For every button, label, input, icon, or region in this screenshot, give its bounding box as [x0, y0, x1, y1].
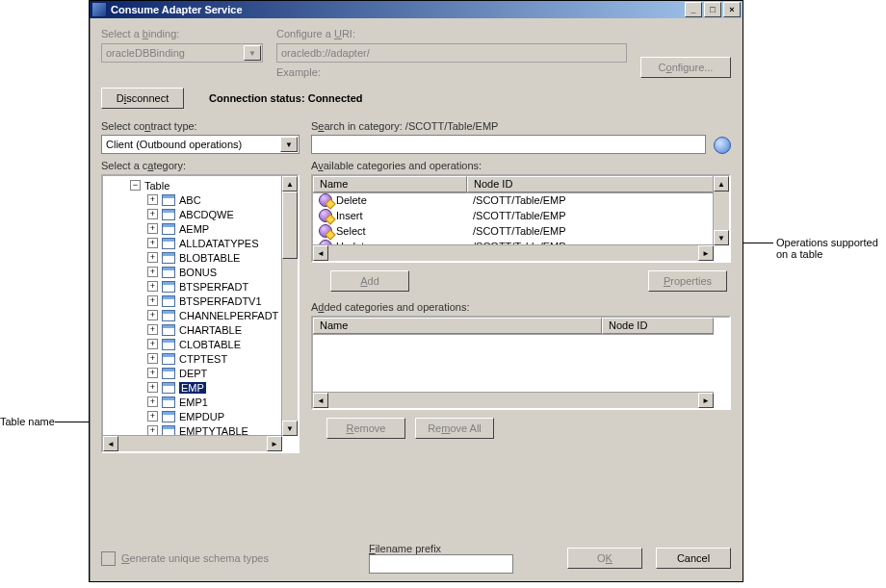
tree-item[interactable]: +CHARTABLE [109, 322, 282, 337]
ok-button: OK [567, 548, 642, 569]
list-row[interactable]: Insert/SCOTT/Table/EMP [313, 208, 714, 223]
available-col-name[interactable]: Name [313, 176, 467, 192]
tree-item[interactable]: +BLOBTABLE [109, 250, 282, 265]
cancel-button[interactable]: Cancel [656, 548, 731, 569]
horizontal-scrollbar[interactable]: ◄ ► [313, 392, 714, 408]
collapse-icon[interactable]: − [130, 180, 141, 191]
tree-item[interactable]: +BTSPERFADTV1 [109, 294, 282, 308]
tree-item-label: CHANNELPERFADT [179, 310, 278, 321]
tree-item[interactable]: +BONUS [109, 265, 282, 279]
tree-item-label: EMPDUP [179, 411, 224, 422]
available-col-nodeid[interactable]: Node ID [467, 176, 714, 192]
remove-all-button: Remove All [415, 418, 494, 439]
table-icon [162, 368, 175, 379]
tree-item-label: ABCDQWE [179, 209, 234, 220]
scroll-up-icon[interactable]: ▲ [714, 176, 729, 192]
maximize-button[interactable]: □ [704, 2, 721, 17]
filename-prefix-field[interactable] [369, 554, 513, 574]
added-col-name[interactable]: Name [313, 318, 602, 334]
chevron-down-icon[interactable]: ▼ [280, 137, 298, 152]
expand-icon[interactable]: + [147, 252, 158, 263]
tree-item[interactable]: +DEPT [109, 366, 282, 380]
scroll-down-icon[interactable]: ▼ [282, 421, 298, 436]
tree-item[interactable]: +ABC [109, 192, 282, 207]
operation-icon [319, 224, 332, 238]
vertical-scrollbar[interactable]: ▲ ▼ [281, 176, 298, 436]
scroll-left-icon[interactable]: ◄ [103, 436, 118, 451]
search-icon[interactable] [714, 137, 731, 154]
tree-item-label: CTPTEST [179, 353, 227, 365]
category-tree[interactable]: −Table+ABC+ABCDQWE+AEMP+ALLDATATYPES+BLO… [101, 174, 300, 453]
table-icon [162, 194, 175, 206]
search-label: Search in category: /SCOTT/Table/EMP [311, 120, 731, 132]
added-listview[interactable]: Name Node ID ◄ ► [311, 316, 731, 410]
annotation-ops-line2: on a table [776, 248, 878, 260]
scroll-right-icon[interactable]: ► [267, 436, 282, 451]
available-header: Name Node ID [313, 176, 714, 193]
added-col-nodeid[interactable]: Node ID [602, 318, 714, 334]
added-label: Added categories and operations: [311, 301, 731, 313]
tree-item[interactable]: +ABCDQWE [109, 207, 282, 221]
close-button[interactable]: × [723, 2, 741, 17]
table-icon [162, 295, 175, 307]
tree-item-label: AEMP [179, 223, 209, 235]
tree-item-label: CLOBTABLE [179, 339, 241, 350]
expand-icon[interactable]: + [147, 339, 158, 349]
expand-icon[interactable]: + [147, 382, 158, 393]
tree-item[interactable]: +CHANNELPERFADT [109, 308, 282, 322]
list-row[interactable]: Select/SCOTT/Table/EMP [313, 223, 714, 239]
expand-icon[interactable]: + [147, 396, 158, 407]
expand-icon[interactable]: + [147, 209, 158, 219]
table-icon [162, 310, 175, 321]
expand-icon[interactable]: + [147, 267, 158, 277]
expand-icon[interactable]: + [147, 310, 158, 320]
expand-icon[interactable]: + [147, 353, 158, 364]
expand-icon[interactable]: + [147, 238, 158, 248]
category-label: Select a category: [101, 160, 300, 171]
horizontal-scrollbar[interactable]: ◄ ► [313, 244, 714, 261]
scroll-down-icon[interactable]: ▼ [714, 230, 729, 245]
list-row[interactable]: Delete/SCOTT/Table/EMP [313, 192, 714, 208]
tree-item[interactable]: +EMP [109, 380, 282, 395]
vertical-scrollbar[interactable]: ▲ ▼ [713, 176, 729, 245]
tree-item-label: BTSPERFADT [179, 281, 248, 293]
expand-icon[interactable]: + [147, 223, 158, 234]
tree-item-label: BTSPERFADTV1 [179, 295, 262, 307]
tree-item[interactable]: +BTSPERFADT [109, 279, 282, 294]
table-icon [162, 411, 175, 422]
disconnect-button[interactable]: Disconnect [101, 88, 184, 109]
uri-label: Configure a URI: [276, 28, 627, 39]
tree-root-label[interactable]: Table [144, 180, 169, 192]
scroll-right-icon[interactable]: ► [698, 245, 714, 261]
scroll-up-icon[interactable]: ▲ [282, 176, 298, 192]
expand-icon[interactable]: + [147, 411, 158, 422]
table-icon [162, 396, 175, 408]
tree-item[interactable]: +EMP1 [109, 395, 282, 409]
available-listview[interactable]: Name Node ID Delete/SCOTT/Table/EMPInser… [311, 174, 731, 263]
tree-item-label: EMP1 [179, 396, 208, 408]
table-icon [162, 281, 175, 293]
scroll-right-icon[interactable]: ► [698, 393, 714, 408]
horizontal-scrollbar[interactable]: ◄ ► [103, 435, 282, 451]
expand-icon[interactable]: + [147, 368, 158, 378]
annotation-ops-line1: Operations supported [776, 237, 878, 248]
tree-item[interactable]: +AEMP [109, 221, 282, 236]
tree-item[interactable]: +EMPDUP [109, 409, 282, 423]
uri-field: oracledb://adapter/ [276, 43, 627, 63]
expand-icon[interactable]: + [147, 295, 158, 306]
expand-icon[interactable]: + [147, 281, 158, 292]
tree-item[interactable]: +CLOBTABLE [109, 337, 282, 351]
properties-button: Properties [648, 270, 727, 292]
uri-value: oracledb://adapter/ [281, 47, 370, 59]
contract-combo[interactable]: Client (Outbound operations) ▼ [101, 135, 300, 154]
tree-item[interactable]: +ALLDATATYPES [109, 236, 282, 250]
tree-item[interactable]: +CTPTEST [109, 351, 282, 366]
op-name: Delete [336, 194, 367, 206]
minimize-button[interactable]: _ [685, 2, 702, 17]
search-input[interactable] [311, 135, 706, 154]
expand-icon[interactable]: + [147, 324, 158, 335]
scroll-left-icon[interactable]: ◄ [313, 393, 328, 408]
scroll-thumb[interactable] [282, 192, 298, 259]
expand-icon[interactable]: + [147, 194, 158, 205]
scroll-left-icon[interactable]: ◄ [313, 245, 328, 261]
